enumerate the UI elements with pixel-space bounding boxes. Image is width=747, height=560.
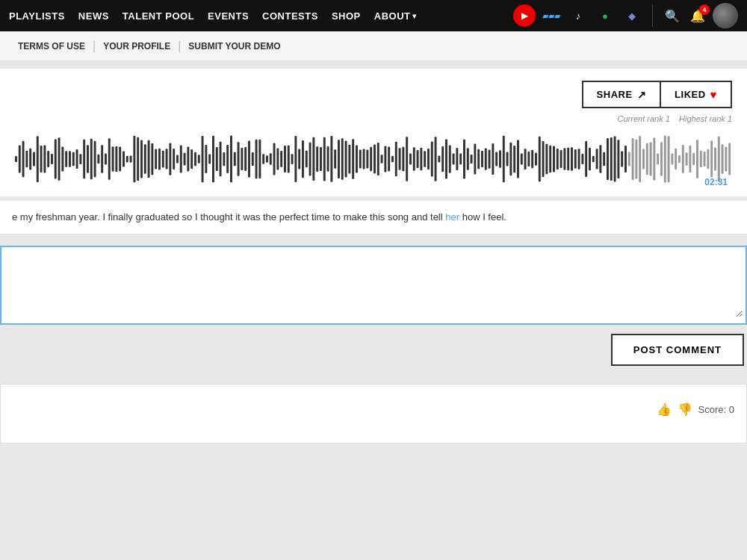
description-section: e my freshman year. I finally graduated … <box>0 201 747 234</box>
svg-rect-103 <box>384 146 386 172</box>
svg-rect-154 <box>567 148 569 171</box>
svg-rect-153 <box>563 148 565 169</box>
music-icon: ♪ <box>576 10 581 22</box>
nav-contests[interactable]: CONTESTS <box>262 10 318 22</box>
submit-demo-link[interactable]: SUBMIT YOUR DEMO <box>181 41 288 52</box>
svg-rect-42 <box>166 149 168 169</box>
svg-rect-161 <box>592 156 595 163</box>
spotify-icon: ● <box>602 10 608 22</box>
svg-rect-146 <box>539 137 541 182</box>
svg-rect-106 <box>395 142 397 177</box>
nav-about[interactable]: ABOUT ▾ <box>374 10 417 22</box>
svg-rect-187 <box>686 152 688 166</box>
svg-rect-197 <box>722 144 724 174</box>
time-label: 02:31 <box>704 177 728 187</box>
svg-rect-185 <box>678 155 681 163</box>
svg-rect-1 <box>19 146 21 173</box>
nav-news[interactable]: NEWS <box>78 10 109 22</box>
svg-rect-10 <box>51 154 53 164</box>
svg-rect-167 <box>614 137 616 182</box>
svg-rect-41 <box>162 151 164 168</box>
nav-playlists[interactable]: PLAYLISTS <box>9 10 65 22</box>
svg-rect-34 <box>137 137 139 181</box>
svg-rect-192 <box>704 152 706 167</box>
svg-rect-75 <box>284 146 286 172</box>
svg-rect-140 <box>517 140 519 178</box>
svg-rect-65 <box>248 141 250 178</box>
comment-section: POST COMMENT <box>0 238 747 381</box>
svg-rect-68 <box>258 140 261 178</box>
youtube-icon: ▶ <box>521 10 528 21</box>
svg-rect-13 <box>61 147 63 172</box>
spotify-icon-btn[interactable]: ● <box>594 4 616 27</box>
svg-rect-166 <box>610 137 613 181</box>
equalizer-icon-btn[interactable]: ▰▰▰ <box>540 4 562 27</box>
bell-button[interactable]: 🔔 4 <box>687 6 708 26</box>
svg-rect-95 <box>356 145 358 172</box>
share-label: SHARE <box>597 89 633 100</box>
music-icon-btn[interactable]: ♪ <box>567 4 589 27</box>
svg-rect-15 <box>69 151 71 167</box>
liked-button[interactable]: LIKED ♥ <box>661 81 732 108</box>
svg-rect-23 <box>97 155 99 164</box>
svg-rect-186 <box>682 145 684 173</box>
svg-rect-109 <box>406 137 408 181</box>
description-link[interactable]: her <box>445 211 459 223</box>
svg-rect-50 <box>194 152 196 167</box>
thumb-up-icon[interactable]: 👍 <box>657 402 672 417</box>
svg-rect-45 <box>176 155 179 164</box>
svg-rect-123 <box>456 148 458 170</box>
svg-rect-180 <box>660 142 663 175</box>
svg-rect-172 <box>632 138 634 180</box>
svg-rect-162 <box>596 149 598 169</box>
svg-rect-11 <box>55 140 57 179</box>
discord-icon-btn[interactable]: ◆ <box>621 4 643 27</box>
svg-rect-175 <box>642 149 645 169</box>
post-comment-button[interactable]: POST COMMENT <box>611 334 744 366</box>
svg-rect-117 <box>435 137 437 181</box>
svg-rect-120 <box>445 139 447 178</box>
svg-rect-127 <box>471 155 473 164</box>
svg-rect-87 <box>327 146 329 172</box>
nav-talent-pool[interactable]: TALENT POOL <box>123 10 194 22</box>
comment-textarea[interactable] <box>4 250 743 317</box>
svg-rect-24 <box>101 145 103 173</box>
svg-rect-124 <box>459 154 462 165</box>
highest-rank: Highest rank 1 <box>679 114 732 123</box>
svg-rect-94 <box>352 139 354 179</box>
waveform-container[interactable]: 02:31 <box>15 129 732 189</box>
svg-rect-145 <box>535 152 537 165</box>
share-button[interactable]: SHARE ↗ <box>582 81 662 108</box>
svg-rect-102 <box>381 155 383 164</box>
svg-rect-8 <box>43 145 46 172</box>
svg-rect-89 <box>334 149 336 169</box>
svg-rect-44 <box>173 149 175 169</box>
svg-rect-64 <box>244 147 247 171</box>
search-icon: 🔍 <box>665 10 680 22</box>
youtube-icon-btn[interactable]: ▶ <box>513 4 536 27</box>
terms-link[interactable]: TERMS OF USE <box>10 41 93 52</box>
svg-rect-157 <box>578 149 580 169</box>
svg-rect-118 <box>438 156 440 163</box>
svg-rect-150 <box>553 146 555 172</box>
svg-rect-32 <box>130 155 132 162</box>
svg-rect-63 <box>241 148 243 170</box>
svg-rect-112 <box>417 150 419 168</box>
nav-events[interactable]: EVENTS <box>208 10 249 22</box>
svg-rect-139 <box>513 146 515 172</box>
thumb-down-icon[interactable]: 👎 <box>678 402 692 417</box>
svg-rect-147 <box>542 141 545 177</box>
svg-rect-77 <box>291 154 294 164</box>
profile-link[interactable]: YOUR PROFILE <box>96 41 178 52</box>
comment-footer: 👍 👎 Score: 0 <box>13 402 734 417</box>
rank-info: Current rank 1 Highest rank 1 <box>15 114 732 123</box>
svg-rect-47 <box>184 153 186 166</box>
avatar[interactable] <box>713 3 738 28</box>
svg-rect-52 <box>202 136 204 182</box>
nav-shop[interactable]: SHOP <box>332 10 361 22</box>
svg-rect-195 <box>714 148 716 171</box>
search-button[interactable]: 🔍 <box>662 6 683 26</box>
navbar: PLAYLISTS NEWS TALENT POOL EVENTS CONTES… <box>0 0 747 31</box>
svg-rect-28 <box>115 146 117 172</box>
bell-badge: 4 <box>699 4 710 15</box>
